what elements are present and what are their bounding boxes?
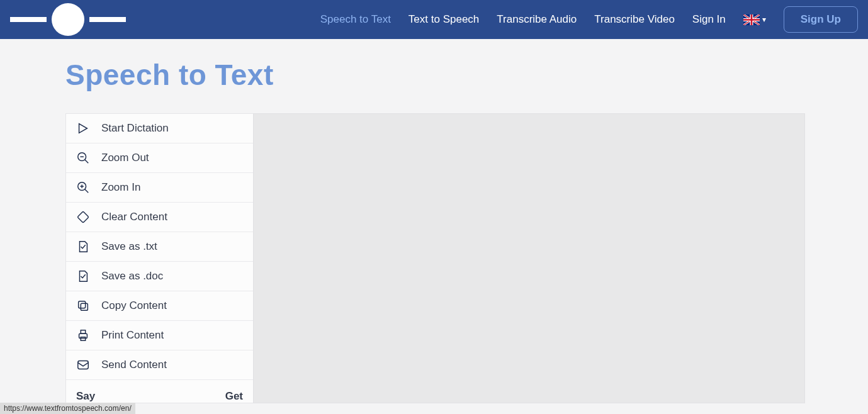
zoom-in-icon (76, 181, 90, 194)
language-selector[interactable]: ▾ (743, 14, 766, 25)
zoom-out-icon (76, 151, 90, 165)
svg-rect-15 (78, 361, 89, 369)
sidebar-item-start-dictation[interactable]: Start Dictation (66, 114, 253, 143)
svg-rect-14 (81, 337, 85, 341)
sidebar-item-label: Zoom Out (101, 152, 149, 164)
sidebar-item-send-content[interactable]: Send Content (66, 350, 253, 380)
svg-line-3 (85, 160, 89, 164)
sidebar-item-zoom-out[interactable]: Zoom Out (66, 143, 253, 173)
svg-rect-11 (79, 301, 86, 308)
file-txt-icon (76, 240, 90, 254)
sidebar-item-clear-content[interactable]: Clear Content (66, 203, 253, 232)
svg-marker-1 (79, 124, 87, 133)
sidebar-item-print-content[interactable]: Print Content (66, 321, 253, 350)
nav: Speech to Text Text to Speech Transcribe… (320, 6, 858, 33)
sidebar-footer-say: Say (76, 390, 95, 403)
sidebar-item-label: Save as .doc (101, 270, 163, 283)
sidebar: Start Dictation Zoom Out Zoom In Clear C… (65, 113, 253, 403)
sidebar-item-zoom-in[interactable]: Zoom In (66, 173, 253, 203)
logo[interactable] (10, 3, 126, 36)
svg-rect-13 (81, 330, 85, 334)
sidebar-item-copy-content[interactable]: Copy Content (66, 291, 253, 321)
nav-text-to-speech[interactable]: Text to Speech (409, 13, 479, 26)
play-icon (76, 121, 90, 135)
file-doc-icon (76, 269, 90, 283)
mail-icon (76, 358, 90, 372)
sidebar-item-label: Zoom In (101, 181, 140, 194)
sidebar-item-label: Start Dictation (101, 122, 169, 135)
svg-rect-12 (79, 333, 87, 338)
sidebar-item-label: Save as .txt (101, 240, 157, 253)
eraser-icon (76, 210, 90, 224)
svg-rect-9 (77, 211, 89, 223)
copy-icon (76, 299, 90, 313)
page-title: Speech to Text (65, 58, 805, 92)
chevron-down-icon: ▾ (762, 15, 766, 24)
nav-transcribe-audio[interactable]: Transcribe Audio (497, 13, 577, 26)
main: Speech to Text Start Dictation Zoom Out … (0, 39, 868, 403)
sidebar-item-label: Print Content (101, 329, 164, 342)
nav-speech-to-text[interactable]: Speech to Text (320, 13, 391, 26)
logo-circle (52, 3, 84, 36)
dictation-text-area[interactable] (253, 113, 805, 403)
sidebar-footer: Say Get (66, 380, 253, 403)
sidebar-item-label: Copy Content (101, 299, 167, 312)
svg-rect-10 (81, 303, 87, 310)
nav-transcribe-video[interactable]: Transcribe Video (594, 13, 675, 26)
logo-bar-left (10, 17, 47, 22)
signup-button[interactable]: Sign Up (784, 6, 858, 33)
logo-bar-right (89, 17, 126, 22)
sidebar-item-label: Send Content (101, 359, 167, 371)
print-icon (76, 328, 90, 342)
status-bar-url: https://www.textfromtospeech.com/en/ (0, 403, 135, 414)
header: Speech to Text Text to Speech Transcribe… (0, 0, 868, 39)
sidebar-item-save-doc[interactable]: Save as .doc (66, 262, 253, 291)
sidebar-footer-get: Get (225, 390, 243, 403)
nav-sign-in[interactable]: Sign In (692, 13, 726, 26)
sidebar-item-label: Clear Content (101, 211, 167, 223)
workspace: Start Dictation Zoom Out Zoom In Clear C… (65, 113, 805, 403)
uk-flag-icon (743, 14, 760, 25)
svg-line-6 (85, 189, 89, 193)
sidebar-item-save-txt[interactable]: Save as .txt (66, 232, 253, 262)
